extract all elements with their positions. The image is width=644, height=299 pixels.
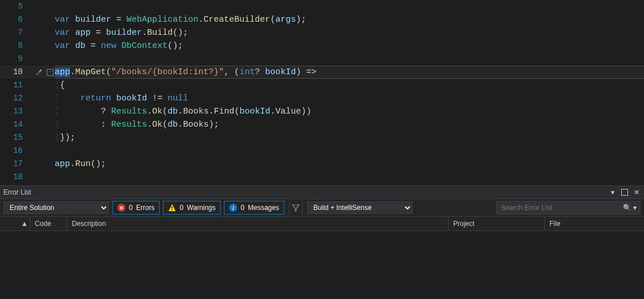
code-content[interactable]: ¦ ? Results.Ok(db.Books.Find(bookId.Valu…: [55, 105, 644, 118]
filter-icon[interactable]: [289, 201, 303, 214]
quick-actions-icon[interactable]: [34, 68, 43, 77]
close-icon[interactable]: ✕: [633, 188, 641, 196]
error-list-titlebar: Error List ▾ ✕: [0, 186, 644, 199]
indent-guide: ¦: [55, 133, 60, 143]
code-content[interactable]: ¦});: [55, 131, 644, 144]
error-list-columns-header: ▲ Code Description Project File: [0, 217, 644, 231]
scope-dropdown[interactable]: Entire Solution: [3, 201, 109, 214]
line-number: 5: [0, 0, 25, 13]
error-list-toolbar: Entire Solution ✕ 0 Errors 0 Warnings i …: [0, 199, 644, 217]
code-line-12[interactable]: 12¦ return bookId != null: [0, 92, 644, 105]
code-line-17[interactable]: 17app.Run();: [0, 157, 644, 171]
code-line-18[interactable]: 18: [0, 171, 644, 184]
code-editor[interactable]: 56var builder = WebApplication.CreateBui…: [0, 0, 644, 185]
col-file[interactable]: File: [545, 217, 644, 231]
build-dropdown[interactable]: Build + IntelliSense: [307, 201, 413, 214]
code-line-13[interactable]: 13¦ ? Results.Ok(db.Books.Find(bookId.Va…: [0, 105, 644, 118]
window-position-icon[interactable]: [621, 189, 628, 196]
line-number: 9: [0, 52, 25, 66]
warnings-filter-button[interactable]: 0 Warnings: [163, 201, 221, 215]
line-number: 6: [0, 13, 25, 26]
error-list-title: Error List: [3, 188, 31, 196]
line-number: 8: [0, 39, 25, 52]
line-number: 7: [0, 26, 25, 39]
indent-guide: ¦: [55, 120, 60, 130]
code-content[interactable]: var builder = WebApplication.CreateBuild…: [55, 13, 644, 26]
code-line-5[interactable]: 5: [0, 0, 644, 13]
errors-filter-button[interactable]: ✕ 0 Errors: [112, 201, 160, 215]
messages-label: Messages: [248, 204, 279, 212]
messages-count: 0: [241, 204, 244, 212]
col-code[interactable]: Code: [30, 217, 67, 231]
line-number: 13: [0, 105, 25, 118]
code-content[interactable]: var db = new DbContext();: [55, 39, 644, 52]
indent-guide: ¦: [55, 94, 60, 103]
warning-icon: [168, 204, 176, 212]
indent-guide: ¦: [55, 107, 60, 116]
code-content[interactable]: ¦ : Results.Ok(db.Books);: [55, 118, 644, 131]
error-list-body[interactable]: [0, 231, 644, 299]
code-content[interactable]: ¦{: [55, 79, 644, 92]
code-line-7[interactable]: 7var app = builder.Build();: [0, 26, 644, 39]
error-icon: ✕: [117, 204, 125, 212]
code-content[interactable]: app.Run();: [55, 157, 644, 171]
line-number: 17: [0, 157, 25, 171]
search-icon[interactable]: 🔍 ▾: [623, 204, 637, 212]
error-list-panel: Error List ▾ ✕ Entire Solution ✕ 0 Error…: [0, 185, 644, 299]
search-error-list[interactable]: 🔍 ▾: [496, 201, 641, 215]
code-content[interactable]: var app = builder.Build();: [55, 26, 644, 39]
messages-filter-button[interactable]: i 0 Messages: [224, 201, 284, 215]
line-number: 11: [0, 79, 25, 92]
col-project[interactable]: Project: [449, 217, 545, 231]
line-number: 15: [0, 131, 25, 144]
warnings-count: 0: [180, 204, 184, 212]
code-line-16[interactable]: 16: [0, 144, 644, 157]
code-line-8[interactable]: 8var db = new DbContext();: [0, 39, 644, 52]
code-content[interactable]: ¦ return bookId != null: [55, 92, 644, 105]
col-description[interactable]: Description: [67, 217, 449, 231]
fold-toggle-icon[interactable]: −: [47, 69, 54, 76]
code-line-15[interactable]: 15¦});: [0, 131, 644, 144]
line-number: 16: [0, 144, 25, 157]
warnings-label: Warnings: [187, 204, 215, 212]
dropdown-icon[interactable]: ▾: [609, 188, 617, 196]
code-line-11[interactable]: 11¦{: [0, 79, 644, 92]
svg-rect-4: [172, 209, 173, 211]
code-line-14[interactable]: 14¦ : Results.Ok(db.Books);: [0, 118, 644, 131]
code-line-9[interactable]: 9: [0, 52, 644, 66]
line-number: 14: [0, 118, 25, 131]
search-input[interactable]: [500, 203, 605, 212]
code-line-6[interactable]: 6var builder = WebApplication.CreateBuil…: [0, 13, 644, 26]
svg-rect-3: [172, 207, 173, 209]
svg-rect-0: [39, 69, 42, 72]
line-number: 10: [0, 66, 25, 79]
indent-guide: ¦: [55, 80, 60, 90]
sort-arrow-icon[interactable]: ▲: [19, 217, 30, 231]
code-line-10[interactable]: 10−app.MapGet("/books/{bookId:int?}", (i…: [0, 66, 644, 79]
line-number: 12: [0, 92, 25, 105]
line-number: 18: [0, 171, 25, 184]
errors-label: Errors: [136, 204, 155, 212]
code-content[interactable]: app.MapGet("/books/{bookId:int?}", (int?…: [55, 66, 644, 79]
info-icon: i: [229, 204, 237, 212]
errors-count: 0: [129, 204, 133, 212]
